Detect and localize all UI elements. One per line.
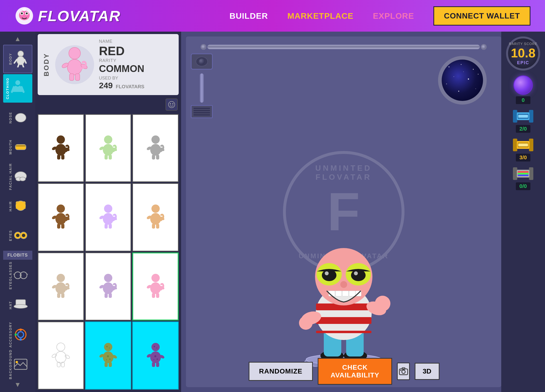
svg-point-41 [69, 47, 80, 59]
svg-rect-66 [152, 155, 155, 160]
middle-panel: BODY NAME RED RA [35, 32, 181, 392]
svg-point-7 [18, 51, 24, 57]
item-count: 249 [99, 81, 113, 90]
gem-count: 0 [516, 96, 530, 104]
grid-cell-4[interactable] [38, 183, 84, 251]
svg-point-20 [20, 177, 26, 181]
grid-cell-1[interactable] [38, 114, 84, 182]
nav-marketplace[interactable]: Marketplace [287, 11, 353, 21]
resource-spool-blue: 2/0 [504, 109, 543, 133]
sidebar-item-background[interactable]: BACKGROUND [3, 350, 32, 379]
svg-rect-55 [61, 155, 64, 160]
svg-point-134 [473, 69, 474, 70]
sidebar-label-eyes: EYES [9, 230, 12, 241]
connect-wallet-button[interactable]: Connect Wallet [433, 6, 530, 26]
vent-line-1 [193, 108, 210, 109]
figure-purple [97, 273, 119, 300]
svg-rect-185 [529, 167, 533, 180]
body-grid [38, 114, 179, 390]
grid-cell-7[interactable] [38, 252, 84, 321]
grid-view-button[interactable] [166, 98, 178, 111]
check-availability-button[interactable]: CHECK AVAILABILITY [318, 358, 392, 385]
svg-point-122 [150, 351, 161, 363]
svg-rect-189 [518, 175, 528, 176]
svg-point-99 [150, 282, 161, 294]
sidebar-label-body: BODY [9, 53, 12, 65]
grid-cell-10[interactable] [38, 321, 84, 390]
vent-line-3 [193, 112, 210, 113]
rarity-score-dial: RARITY SCORE 10.8 EPIC [506, 36, 540, 71]
svg-point-74 [104, 205, 112, 213]
randomize-button[interactable]: RANDOMIZE [248, 362, 313, 381]
lens-inner [199, 59, 205, 64]
svg-point-105 [55, 351, 66, 363]
nav-builder[interactable]: Builder [229, 11, 268, 21]
figure-gray [145, 135, 167, 161]
svg-point-50 [57, 135, 65, 144]
sidebar-item-body[interactable]: BODY [3, 45, 32, 73]
camera-button[interactable] [397, 363, 410, 380]
svg-point-133 [461, 64, 462, 65]
svg-point-164 [340, 281, 347, 288]
grid-controls [38, 98, 179, 112]
sidebar-item-nose[interactable]: NOSE [3, 104, 32, 132]
figure-beige [50, 273, 72, 300]
logo-area: Flovatar [15, 6, 121, 26]
svg-rect-67 [156, 155, 159, 160]
vent-line-4 [193, 114, 210, 116]
svg-point-38 [15, 333, 17, 336]
svg-point-87 [55, 282, 66, 294]
svg-point-111 [103, 351, 114, 363]
grid-cell-8[interactable] [85, 252, 132, 321]
sidebar-item-facialhair[interactable]: FACIAL HAIR [3, 162, 32, 191]
viewport-area: UNMINTED FLOVATAR F UNMINTED FLOVATAR [181, 32, 545, 392]
sidebar-label-nose: NOSE [9, 112, 12, 124]
sidebar-item-clothing[interactable]: CLOTHING [3, 74, 32, 103]
grid-cell-6[interactable] [132, 183, 179, 251]
sidebar-hair-icon [13, 198, 28, 215]
svg-rect-78 [105, 224, 108, 229]
svg-line-11 [18, 64, 19, 67]
sidebar-label-hair: HAIR [9, 201, 12, 211]
svg-rect-91 [61, 293, 64, 298]
sidebar-down-arrow[interactable]: ▼ [13, 380, 22, 390]
grid-cell-11[interactable] [85, 321, 132, 390]
spool-blue-count: 2/0 [516, 125, 530, 133]
svg-rect-166 [335, 291, 342, 296]
svg-rect-85 [156, 224, 159, 229]
sidebar-hat-icon [13, 297, 28, 314]
grid-cell-12[interactable] [132, 321, 179, 390]
sidebar-item-eyes[interactable]: EYES [3, 222, 32, 250]
grid-cell-2[interactable] [85, 114, 132, 182]
svg-rect-102 [152, 293, 155, 298]
camera-icon [399, 367, 408, 376]
sidebar-eyeglasses-icon [13, 267, 28, 284]
svg-point-128 [156, 347, 157, 348]
grid-cell-5[interactable] [85, 183, 132, 251]
sidebar-item-hair[interactable]: HAIR [3, 192, 32, 221]
svg-point-13 [15, 80, 20, 85]
sidebar-item-accessory[interactable]: ACCESSORY [3, 320, 32, 349]
sidebar-up-arrow[interactable]: ▲ [13, 34, 22, 44]
svg-rect-183 [518, 143, 528, 146]
svg-point-47 [168, 101, 175, 108]
svg-rect-188 [518, 173, 528, 174]
sidebar-item-hat[interactable]: HAT [3, 291, 32, 319]
rod-end-left [201, 44, 206, 50]
sidebar-item-mouth[interactable]: MOUTH [3, 133, 32, 161]
spool-yellow-count: 3/0 [516, 154, 530, 161]
three-d-button[interactable]: 3D [415, 363, 440, 380]
sidebar-item-eyeglasses[interactable]: EYEGLASSES [3, 261, 32, 290]
svg-point-160 [322, 269, 336, 281]
item-details: NAME RED RARITY COMMON USED BY 249 FLOVA… [99, 39, 174, 90]
svg-line-30 [13, 274, 14, 275]
svg-point-63 [150, 144, 161, 156]
svg-point-69 [55, 213, 66, 225]
nav-explore[interactable]: Explore [373, 11, 414, 21]
grid-cell-9[interactable] [132, 252, 179, 321]
grid-cell-3[interactable] [132, 114, 179, 182]
spool-blue-icon [511, 109, 535, 124]
item-name: RED [99, 44, 174, 58]
svg-point-49 [172, 103, 174, 105]
sidebar-nose-icon [13, 109, 28, 126]
